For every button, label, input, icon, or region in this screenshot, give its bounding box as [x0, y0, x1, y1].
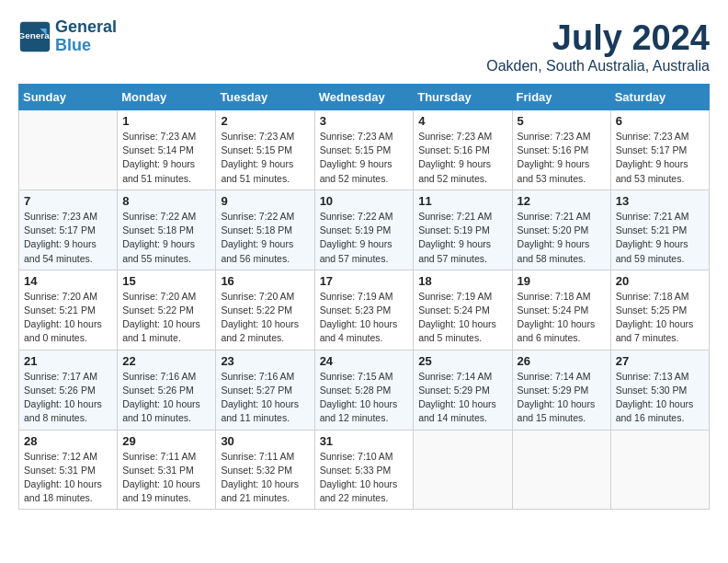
day-number: 4: [418, 114, 506, 128]
calendar-cell: 31Sunrise: 7:10 AMSunset: 5:33 PMDayligh…: [314, 430, 414, 510]
location-title: Oakden, South Australia, Australia: [486, 58, 710, 75]
day-number: 9: [221, 194, 309, 208]
day-info: Sunrise: 7:19 AMSunset: 5:24 PMDaylight:…: [418, 290, 506, 346]
day-number: 1: [122, 114, 210, 128]
day-info: Sunrise: 7:16 AMSunset: 5:26 PMDaylight:…: [122, 370, 210, 426]
calendar-cell: 14Sunrise: 7:20 AMSunset: 5:21 PMDayligh…: [19, 270, 118, 350]
calendar-cell: 13Sunrise: 7:21 AMSunset: 5:21 PMDayligh…: [610, 190, 709, 270]
day-info: Sunrise: 7:12 AMSunset: 5:31 PMDaylight:…: [24, 450, 112, 506]
month-title: July 2024: [486, 18, 710, 58]
day-number: 30: [221, 434, 309, 448]
calendar-cell: 17Sunrise: 7:19 AMSunset: 5:23 PMDayligh…: [314, 270, 414, 350]
calendar-cell: 12Sunrise: 7:21 AMSunset: 5:20 PMDayligh…: [512, 190, 610, 270]
day-number: 5: [518, 114, 606, 128]
day-number: 13: [616, 194, 704, 208]
day-number: 10: [320, 194, 409, 208]
day-header-thursday: Thursday: [414, 85, 512, 110]
calendar-cell: [414, 430, 512, 510]
day-info: Sunrise: 7:17 AMSunset: 5:26 PMDaylight:…: [24, 370, 112, 426]
day-number: 6: [616, 114, 704, 128]
calendar-cell: 11Sunrise: 7:21 AMSunset: 5:19 PMDayligh…: [414, 190, 512, 270]
calendar-cell: 18Sunrise: 7:19 AMSunset: 5:24 PMDayligh…: [414, 270, 512, 350]
day-number: 14: [24, 274, 112, 288]
day-number: 28: [24, 434, 112, 448]
calendar-cell: 1Sunrise: 7:23 AMSunset: 5:14 PMDaylight…: [118, 110, 216, 190]
logo: General General Blue: [18, 18, 117, 55]
day-number: 18: [418, 274, 506, 288]
day-number: 26: [518, 354, 606, 368]
day-number: 31: [320, 434, 409, 448]
day-header-saturday: Saturday: [610, 85, 709, 110]
day-info: Sunrise: 7:23 AMSunset: 5:15 PMDaylight:…: [320, 130, 409, 186]
calendar-cell: 20Sunrise: 7:18 AMSunset: 5:25 PMDayligh…: [610, 270, 709, 350]
day-info: Sunrise: 7:16 AMSunset: 5:27 PMDaylight:…: [221, 370, 309, 426]
day-number: 22: [122, 354, 210, 368]
day-info: Sunrise: 7:11 AMSunset: 5:31 PMDaylight:…: [122, 450, 210, 506]
calendar-header: SundayMondayTuesdayWednesdayThursdayFrid…: [19, 85, 710, 110]
day-info: Sunrise: 7:10 AMSunset: 5:33 PMDaylight:…: [320, 450, 409, 506]
day-number: 27: [616, 354, 704, 368]
header-row: SundayMondayTuesdayWednesdayThursdayFrid…: [19, 85, 710, 110]
day-info: Sunrise: 7:21 AMSunset: 5:21 PMDaylight:…: [616, 210, 704, 266]
day-header-friday: Friday: [512, 85, 610, 110]
calendar-cell: 16Sunrise: 7:20 AMSunset: 5:22 PMDayligh…: [216, 270, 314, 350]
day-info: Sunrise: 7:22 AMSunset: 5:18 PMDaylight:…: [122, 210, 210, 266]
calendar-body: 1Sunrise: 7:23 AMSunset: 5:14 PMDaylight…: [19, 110, 710, 510]
day-number: 23: [221, 354, 309, 368]
day-header-tuesday: Tuesday: [216, 85, 314, 110]
logo-line2: Blue: [55, 37, 117, 55]
day-number: 20: [616, 274, 704, 288]
calendar-week-2: 7Sunrise: 7:23 AMSunset: 5:17 PMDaylight…: [19, 190, 710, 270]
calendar-week-4: 21Sunrise: 7:17 AMSunset: 5:26 PMDayligh…: [19, 350, 710, 430]
header: General General Blue July 2024 Oakden, S…: [18, 18, 710, 75]
day-info: Sunrise: 7:15 AMSunset: 5:28 PMDaylight:…: [320, 370, 409, 426]
calendar-cell: 4Sunrise: 7:23 AMSunset: 5:16 PMDaylight…: [414, 110, 512, 190]
day-info: Sunrise: 7:22 AMSunset: 5:19 PMDaylight:…: [320, 210, 409, 266]
calendar-week-5: 28Sunrise: 7:12 AMSunset: 5:31 PMDayligh…: [19, 430, 710, 510]
calendar: SundayMondayTuesdayWednesdayThursdayFrid…: [18, 84, 710, 510]
day-number: 17: [320, 274, 409, 288]
day-info: Sunrise: 7:18 AMSunset: 5:24 PMDaylight:…: [518, 290, 606, 346]
calendar-cell: 26Sunrise: 7:14 AMSunset: 5:29 PMDayligh…: [512, 350, 610, 430]
day-number: 15: [122, 274, 210, 288]
day-header-wednesday: Wednesday: [314, 85, 414, 110]
day-info: Sunrise: 7:20 AMSunset: 5:21 PMDaylight:…: [24, 290, 112, 346]
title-area: July 2024 Oakden, South Australia, Austr…: [486, 18, 710, 75]
day-header-sunday: Sunday: [19, 85, 118, 110]
day-info: Sunrise: 7:23 AMSunset: 5:17 PMDaylight:…: [24, 210, 112, 266]
day-number: 21: [24, 354, 112, 368]
day-info: Sunrise: 7:22 AMSunset: 5:18 PMDaylight:…: [221, 210, 309, 266]
calendar-cell: 25Sunrise: 7:14 AMSunset: 5:29 PMDayligh…: [414, 350, 512, 430]
calendar-cell: 5Sunrise: 7:23 AMSunset: 5:16 PMDaylight…: [512, 110, 610, 190]
calendar-cell: 7Sunrise: 7:23 AMSunset: 5:17 PMDaylight…: [19, 190, 118, 270]
logo-text: General Blue: [55, 18, 117, 55]
day-info: Sunrise: 7:23 AMSunset: 5:14 PMDaylight:…: [122, 130, 210, 186]
day-info: Sunrise: 7:13 AMSunset: 5:30 PMDaylight:…: [616, 370, 704, 426]
day-info: Sunrise: 7:20 AMSunset: 5:22 PMDaylight:…: [221, 290, 309, 346]
calendar-cell: 30Sunrise: 7:11 AMSunset: 5:32 PMDayligh…: [216, 430, 314, 510]
calendar-week-3: 14Sunrise: 7:20 AMSunset: 5:21 PMDayligh…: [19, 270, 710, 350]
day-info: Sunrise: 7:23 AMSunset: 5:17 PMDaylight:…: [616, 130, 704, 186]
calendar-cell: 3Sunrise: 7:23 AMSunset: 5:15 PMDaylight…: [314, 110, 414, 190]
day-number: 3: [320, 114, 409, 128]
day-header-monday: Monday: [118, 85, 216, 110]
day-info: Sunrise: 7:20 AMSunset: 5:22 PMDaylight:…: [122, 290, 210, 346]
day-number: 19: [518, 274, 606, 288]
day-number: 16: [221, 274, 309, 288]
calendar-cell: 24Sunrise: 7:15 AMSunset: 5:28 PMDayligh…: [314, 350, 414, 430]
day-info: Sunrise: 7:21 AMSunset: 5:20 PMDaylight:…: [518, 210, 606, 266]
logo-icon: General: [18, 20, 51, 53]
calendar-cell: [512, 430, 610, 510]
calendar-cell: 6Sunrise: 7:23 AMSunset: 5:17 PMDaylight…: [610, 110, 709, 190]
calendar-cell: 2Sunrise: 7:23 AMSunset: 5:15 PMDaylight…: [216, 110, 314, 190]
day-info: Sunrise: 7:11 AMSunset: 5:32 PMDaylight:…: [221, 450, 309, 506]
day-number: 2: [221, 114, 309, 128]
calendar-week-1: 1Sunrise: 7:23 AMSunset: 5:14 PMDaylight…: [19, 110, 710, 190]
calendar-cell: 28Sunrise: 7:12 AMSunset: 5:31 PMDayligh…: [19, 430, 118, 510]
day-number: 11: [418, 194, 506, 208]
day-number: 25: [418, 354, 506, 368]
calendar-cell: 15Sunrise: 7:20 AMSunset: 5:22 PMDayligh…: [118, 270, 216, 350]
logo-line1: General: [55, 18, 117, 37]
day-info: Sunrise: 7:23 AMSunset: 5:15 PMDaylight:…: [221, 130, 309, 186]
calendar-cell: 23Sunrise: 7:16 AMSunset: 5:27 PMDayligh…: [216, 350, 314, 430]
